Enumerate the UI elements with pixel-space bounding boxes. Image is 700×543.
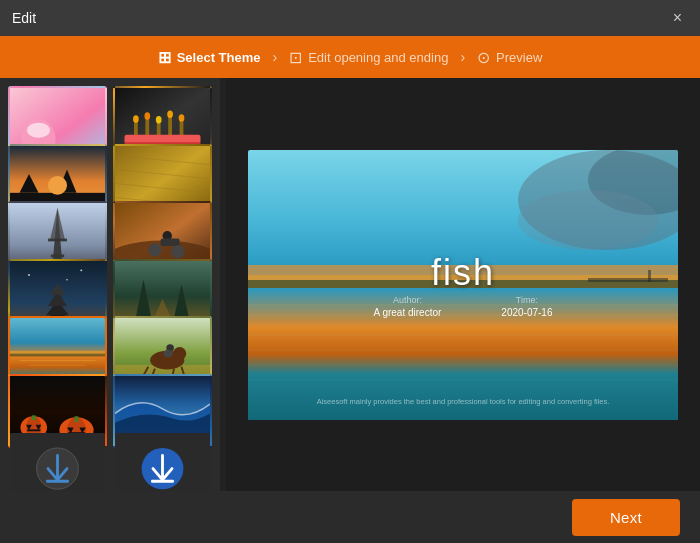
step-edit-opening-ending[interactable]: ⊡ Edit opening and ending — [289, 48, 448, 67]
svg-rect-53 — [29, 365, 86, 366]
svg-point-44 — [80, 269, 82, 271]
svg-point-11 — [156, 116, 162, 123]
svg-point-64 — [163, 350, 173, 357]
list-item[interactable] — [8, 431, 107, 491]
svg-point-9 — [133, 115, 139, 122]
preview-footer-text: Aiseesoft mainly provides the best and p… — [317, 397, 610, 406]
time-label: Time: — [516, 295, 538, 305]
svg-rect-54 — [10, 354, 105, 357]
bottom-bar: Next — [0, 491, 700, 543]
step-select-theme-label: Select Theme — [177, 50, 261, 65]
step-select-theme[interactable]: ⊞ Select Theme — [158, 48, 261, 67]
svg-rect-81 — [46, 480, 69, 483]
author-col: Author: A great director — [374, 295, 442, 318]
author-value: A great director — [374, 307, 442, 318]
select-theme-icon: ⊞ — [158, 48, 171, 67]
step-separator-1: › — [273, 49, 278, 65]
step-preview-label: Preview — [496, 50, 542, 65]
svg-point-88 — [518, 190, 658, 250]
preview-card: fish Author: A great director Time: 2020… — [248, 150, 678, 420]
svg-point-20 — [48, 176, 67, 195]
preview-panel: fish Author: A great director Time: 2020… — [226, 78, 700, 491]
preview-icon: ⊙ — [477, 48, 490, 67]
step-bar: ⊞ Select Theme › ⊡ Edit opening and endi… — [0, 36, 700, 78]
svg-rect-34 — [161, 239, 180, 246]
preview-meta: Author: A great director Time: 2020-07-1… — [374, 295, 553, 318]
close-button[interactable]: × — [667, 6, 688, 30]
author-label: Author: — [393, 295, 422, 305]
main-content: fish Author: A great director Time: 2020… — [0, 78, 700, 491]
svg-rect-68 — [32, 415, 36, 420]
svg-point-13 — [179, 114, 185, 121]
svg-point-35 — [148, 243, 161, 256]
step-preview[interactable]: ⊙ Preview — [477, 48, 542, 67]
svg-point-10 — [144, 112, 150, 119]
svg-rect-74 — [75, 416, 79, 422]
svg-point-2 — [27, 123, 50, 138]
dialog-title: Edit — [12, 10, 36, 26]
svg-rect-29 — [48, 239, 67, 242]
edit-opening-icon: ⊡ — [289, 48, 302, 67]
svg-rect-15 — [125, 135, 201, 142]
svg-point-36 — [171, 245, 184, 258]
preview-title: fish — [431, 252, 495, 294]
svg-rect-52 — [20, 360, 96, 361]
svg-rect-100 — [588, 278, 668, 282]
title-bar: Edit × — [0, 0, 700, 36]
svg-rect-84 — [151, 480, 174, 483]
thumbnail-panel — [0, 78, 220, 491]
step-edit-label: Edit opening and ending — [308, 50, 448, 65]
next-button[interactable]: Next — [572, 499, 680, 536]
svg-point-58 — [173, 347, 186, 360]
svg-rect-101 — [648, 270, 651, 282]
step-separator-2: › — [460, 49, 465, 65]
svg-point-45 — [66, 279, 68, 280]
svg-point-12 — [167, 110, 173, 117]
time-value: 2020-07-16 — [501, 307, 552, 318]
list-item[interactable] — [113, 431, 212, 491]
svg-rect-30 — [51, 255, 64, 258]
svg-point-43 — [28, 274, 30, 276]
time-col: Time: 2020-07-16 — [501, 295, 552, 318]
